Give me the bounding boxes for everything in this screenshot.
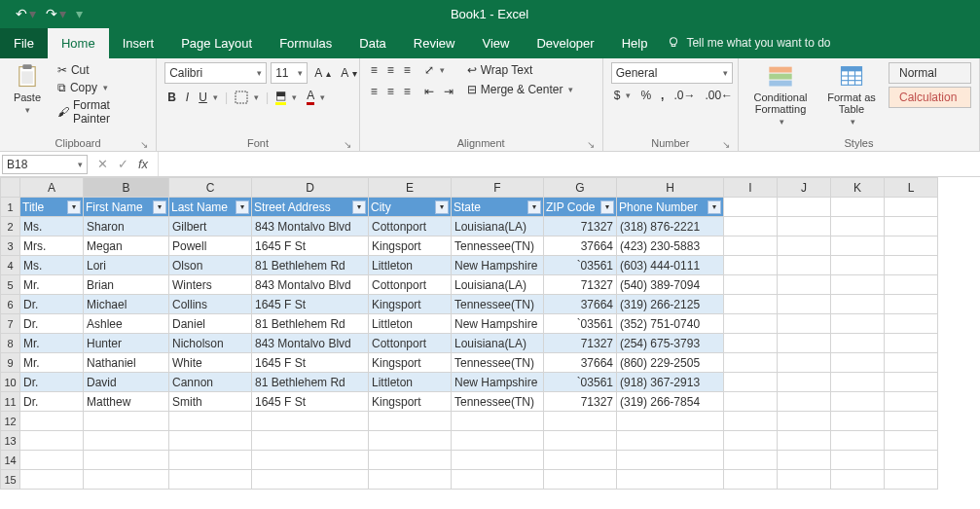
dialog-launcher-icon[interactable]: ↘ bbox=[140, 139, 148, 150]
cell[interactable] bbox=[831, 412, 885, 431]
cell[interactable]: Littleton bbox=[369, 373, 452, 392]
cell[interactable]: 37664 bbox=[544, 236, 617, 256]
tab-page-layout[interactable]: Page Layout bbox=[167, 28, 266, 58]
cell[interactable]: 1645 F St bbox=[252, 353, 369, 373]
col-header-B[interactable]: B bbox=[84, 178, 169, 198]
cell[interactable]: (603) 444-0111 bbox=[617, 256, 724, 275]
cell[interactable] bbox=[617, 412, 724, 431]
cell[interactable] bbox=[369, 412, 452, 431]
cell[interactable] bbox=[724, 314, 778, 334]
cell[interactable] bbox=[724, 256, 778, 275]
row-header[interactable]: 12 bbox=[1, 412, 20, 431]
cell[interactable] bbox=[252, 470, 369, 490]
cell[interactable] bbox=[778, 392, 831, 412]
cell[interactable] bbox=[778, 314, 831, 334]
col-header-K[interactable]: K bbox=[831, 178, 885, 198]
cell[interactable]: (860) 229-2505 bbox=[617, 353, 724, 373]
name-box[interactable]: B18▾ bbox=[2, 155, 88, 174]
cell[interactable] bbox=[831, 373, 885, 392]
cell[interactable] bbox=[831, 470, 885, 490]
cell[interactable]: Tennessee(TN) bbox=[452, 295, 544, 314]
cell[interactable] bbox=[885, 431, 938, 451]
cell[interactable] bbox=[831, 392, 885, 412]
cell[interactable] bbox=[617, 431, 724, 451]
cell[interactable] bbox=[831, 334, 885, 353]
cell[interactable] bbox=[885, 256, 938, 275]
cell[interactable]: 1645 F St bbox=[252, 236, 369, 256]
cell[interactable]: Title▾ bbox=[20, 198, 84, 217]
style-normal[interactable]: Normal bbox=[889, 62, 971, 84]
row-header[interactable]: 14 bbox=[1, 451, 20, 470]
cell[interactable] bbox=[724, 373, 778, 392]
align-middle-icon[interactable]: ≡ bbox=[384, 62, 397, 78]
row-header[interactable]: 4 bbox=[1, 256, 20, 275]
cell[interactable] bbox=[452, 451, 544, 470]
cell[interactable]: Louisiana(LA) bbox=[452, 275, 544, 295]
cell[interactable]: (254) 675-3793 bbox=[617, 334, 724, 353]
style-calculation[interactable]: Calculation bbox=[889, 87, 971, 108]
cell[interactable] bbox=[831, 236, 885, 256]
cell[interactable]: (319) 266-2125 bbox=[617, 295, 724, 314]
filter-dropdown-icon[interactable]: ▾ bbox=[527, 200, 541, 214]
cell[interactable] bbox=[20, 431, 84, 451]
bold-button[interactable]: B bbox=[164, 90, 179, 105]
row-header[interactable]: 13 bbox=[1, 431, 20, 451]
col-header-A[interactable]: A bbox=[20, 178, 84, 198]
cell[interactable] bbox=[778, 412, 831, 431]
row-header[interactable]: 9 bbox=[1, 353, 20, 373]
decrease-font-icon[interactable]: A▾ bbox=[338, 65, 360, 81]
filter-dropdown-icon[interactable]: ▾ bbox=[600, 200, 614, 214]
cell[interactable]: (352) 751-0740 bbox=[617, 314, 724, 334]
cell[interactable] bbox=[724, 275, 778, 295]
cell[interactable]: 81 Bethlehem Rd bbox=[252, 314, 369, 334]
cell[interactable] bbox=[252, 451, 369, 470]
cell[interactable]: `03561 bbox=[544, 256, 617, 275]
decrease-indent-icon[interactable]: ⇤ bbox=[421, 84, 437, 99]
cell[interactable]: `03561 bbox=[544, 373, 617, 392]
tab-home[interactable]: Home bbox=[48, 28, 109, 58]
cell[interactable]: Daniel bbox=[169, 314, 252, 334]
cell[interactable]: Megan bbox=[84, 236, 169, 256]
row-header[interactable]: 8 bbox=[1, 334, 20, 353]
cell[interactable]: Olson bbox=[169, 256, 252, 275]
cell[interactable]: Lori bbox=[84, 256, 169, 275]
cell[interactable] bbox=[724, 353, 778, 373]
cell[interactable] bbox=[778, 431, 831, 451]
col-header-H[interactable]: H bbox=[617, 178, 724, 198]
cell[interactable] bbox=[778, 470, 831, 490]
select-all-corner[interactable] bbox=[1, 178, 20, 198]
cell[interactable] bbox=[778, 451, 831, 470]
tell-me-search[interactable]: Tell me what you want to do bbox=[667, 36, 830, 50]
cell[interactable] bbox=[724, 198, 778, 217]
cell[interactable]: Matthew bbox=[84, 392, 169, 412]
cell[interactable] bbox=[885, 470, 938, 490]
cell[interactable] bbox=[84, 470, 169, 490]
cell[interactable]: Littleton bbox=[369, 256, 452, 275]
cell[interactable] bbox=[169, 431, 252, 451]
cell[interactable]: Hunter bbox=[84, 334, 169, 353]
cell[interactable] bbox=[617, 470, 724, 490]
cell[interactable]: (918) 367-2913 bbox=[617, 373, 724, 392]
cell[interactable]: Tennessee(TN) bbox=[452, 353, 544, 373]
cell[interactable]: Kingsport bbox=[369, 236, 452, 256]
tab-developer[interactable]: Developer bbox=[523, 28, 607, 58]
cell[interactable] bbox=[84, 431, 169, 451]
cell[interactable] bbox=[84, 451, 169, 470]
cell[interactable]: Winters bbox=[169, 275, 252, 295]
filter-dropdown-icon[interactable]: ▾ bbox=[153, 200, 166, 214]
cell[interactable] bbox=[778, 198, 831, 217]
cell[interactable] bbox=[778, 334, 831, 353]
cell[interactable]: 843 Montalvo Blvd bbox=[252, 334, 369, 353]
cell[interactable] bbox=[885, 373, 938, 392]
col-header-F[interactable]: F bbox=[452, 178, 544, 198]
cell[interactable]: Ms. bbox=[20, 217, 84, 236]
increase-indent-icon[interactable]: ⇥ bbox=[441, 84, 456, 99]
cell[interactable] bbox=[885, 295, 938, 314]
cell[interactable]: Cottonport bbox=[369, 275, 452, 295]
conditional-formatting-button[interactable]: Conditional Formatting▾ bbox=[746, 62, 815, 127]
cell[interactable]: Nicholson bbox=[169, 334, 252, 353]
cell[interactable] bbox=[885, 236, 938, 256]
cell[interactable]: Phone Number▾ bbox=[617, 198, 724, 217]
cell[interactable] bbox=[724, 392, 778, 412]
row-header[interactable]: 3 bbox=[1, 236, 20, 256]
